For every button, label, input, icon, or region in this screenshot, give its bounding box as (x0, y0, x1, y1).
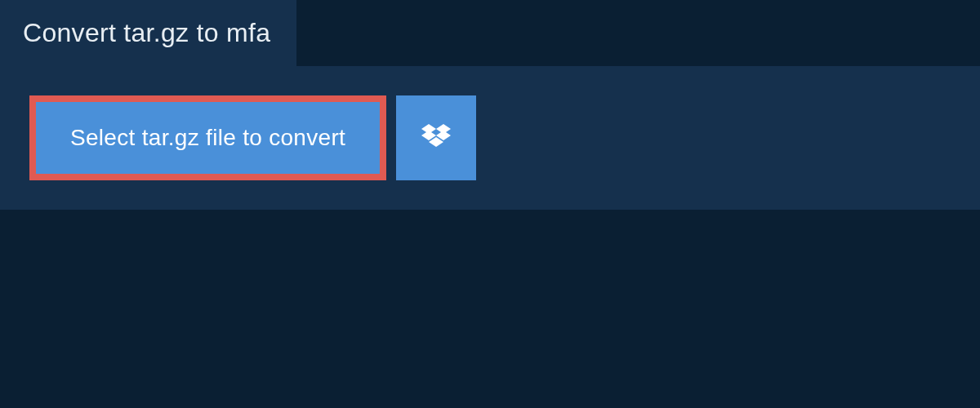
select-file-label: Select tar.gz file to convert (70, 125, 345, 151)
select-file-button[interactable]: Select tar.gz file to convert (29, 95, 386, 180)
page-title: Convert tar.gz to mfa (23, 18, 270, 48)
content-panel: Select tar.gz file to convert (0, 66, 980, 210)
dropbox-icon (421, 124, 451, 153)
dropbox-button[interactable] (396, 95, 476, 180)
button-row: Select tar.gz file to convert (29, 95, 951, 180)
header-tab: Convert tar.gz to mfa (0, 0, 296, 66)
